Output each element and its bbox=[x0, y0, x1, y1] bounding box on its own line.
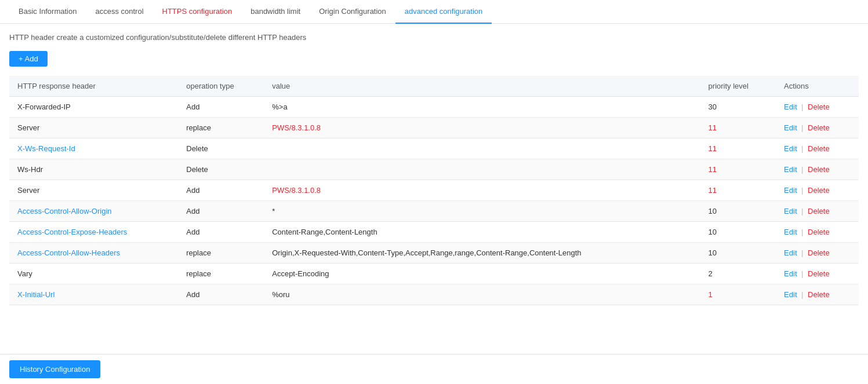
delete-link[interactable]: Delete bbox=[808, 207, 830, 215]
cell-priority: 10 bbox=[700, 201, 776, 222]
add-button[interactable]: + Add bbox=[9, 51, 48, 67]
cell-priority: 11 bbox=[700, 159, 776, 180]
cell-header: Access-Control-Expose-Headers bbox=[9, 222, 178, 243]
table-row: VaryreplaceAccept-Encoding2Edit | Delete bbox=[9, 264, 859, 284]
cell-priority: 2 bbox=[700, 264, 776, 284]
cell-operation: Add bbox=[178, 284, 264, 305]
action-separator: | bbox=[800, 165, 806, 174]
cell-value: * bbox=[264, 201, 700, 222]
table-row: ServerreplacePWS/8.3.1.0.811Edit | Delet… bbox=[9, 118, 859, 138]
delete-link[interactable]: Delete bbox=[808, 165, 830, 174]
col-header-value: value bbox=[264, 76, 700, 97]
cell-header: Server bbox=[9, 180, 178, 201]
cell-header: Server bbox=[9, 118, 178, 138]
cell-operation: Delete bbox=[178, 159, 264, 180]
cell-operation: replace bbox=[178, 243, 264, 264]
col-header-operation: operation type bbox=[178, 76, 264, 97]
edit-link[interactable]: Edit bbox=[784, 123, 797, 132]
cell-actions: Edit | Delete bbox=[776, 222, 859, 243]
cell-priority: 11 bbox=[700, 138, 776, 159]
tab-advanced[interactable]: advanced configuration bbox=[395, 0, 492, 24]
edit-link[interactable]: Edit bbox=[784, 144, 797, 153]
action-separator: | bbox=[800, 248, 806, 257]
cell-actions: Edit | Delete bbox=[776, 138, 859, 159]
cell-value bbox=[264, 138, 700, 159]
cell-header: X-Forwarded-IP bbox=[9, 97, 178, 118]
cell-operation: Add bbox=[178, 222, 264, 243]
delete-link[interactable]: Delete bbox=[808, 186, 830, 195]
cell-operation: Add bbox=[178, 97, 264, 118]
tab-origin[interactable]: Origin Configuration bbox=[310, 0, 395, 24]
edit-link[interactable]: Edit bbox=[784, 269, 797, 278]
delete-link[interactable]: Delete bbox=[808, 123, 830, 132]
cell-actions: Edit | Delete bbox=[776, 284, 859, 305]
cell-operation: Add bbox=[178, 180, 264, 201]
col-header-priority: priority level bbox=[700, 76, 776, 97]
edit-link[interactable]: Edit bbox=[784, 290, 797, 299]
cell-actions: Edit | Delete bbox=[776, 118, 859, 138]
edit-link[interactable]: Edit bbox=[784, 207, 797, 215]
table-row: Access-Control-Expose-HeadersAddContent-… bbox=[9, 222, 859, 243]
cell-operation: replace bbox=[178, 264, 264, 284]
cell-actions: Edit | Delete bbox=[776, 201, 859, 222]
edit-link[interactable]: Edit bbox=[784, 165, 797, 174]
cell-value: PWS/8.3.1.0.8 bbox=[264, 180, 700, 201]
delete-link[interactable]: Delete bbox=[808, 290, 830, 299]
delete-link[interactable]: Delete bbox=[808, 248, 830, 257]
table-row: ServerAddPWS/8.3.1.0.811Edit | Delete bbox=[9, 180, 859, 201]
action-separator: | bbox=[800, 290, 806, 299]
cell-operation: replace bbox=[178, 118, 264, 138]
cell-operation: Add bbox=[178, 201, 264, 222]
col-header-http: HTTP response header bbox=[9, 76, 178, 97]
config-table: HTTP response header operation type valu… bbox=[9, 76, 859, 305]
cell-header: X-Initial-Url bbox=[9, 284, 178, 305]
table-row: Access-Control-Allow-OriginAdd*10Edit | … bbox=[9, 201, 859, 222]
delete-link[interactable]: Delete bbox=[808, 269, 830, 278]
cell-actions: Edit | Delete bbox=[776, 264, 859, 284]
cell-value: Origin,X-Requested-With,Content-Type,Acc… bbox=[264, 243, 700, 264]
action-separator: | bbox=[800, 123, 806, 132]
cell-actions: Edit | Delete bbox=[776, 243, 859, 264]
cell-header: Vary bbox=[9, 264, 178, 284]
edit-link[interactable]: Edit bbox=[784, 248, 797, 257]
delete-link[interactable]: Delete bbox=[808, 228, 830, 236]
action-separator: | bbox=[800, 207, 806, 215]
cell-value: PWS/8.3.1.0.8 bbox=[264, 118, 700, 138]
cell-actions: Edit | Delete bbox=[776, 97, 859, 118]
main-content: HTTP header create a customized configur… bbox=[0, 24, 868, 340]
edit-link[interactable]: Edit bbox=[784, 103, 797, 111]
tab-bar: Basic Information access control HTTPS c… bbox=[0, 0, 868, 24]
cell-actions: Edit | Delete bbox=[776, 159, 859, 180]
edit-link[interactable]: Edit bbox=[784, 228, 797, 236]
table-row: Access-Control-Allow-HeadersreplaceOrigi… bbox=[9, 243, 859, 264]
cell-value bbox=[264, 159, 700, 180]
delete-link[interactable]: Delete bbox=[808, 144, 830, 153]
edit-link[interactable]: Edit bbox=[784, 186, 797, 195]
tab-https[interactable]: HTTPS configuration bbox=[153, 0, 242, 24]
cell-priority: 11 bbox=[700, 118, 776, 138]
cell-priority: 30 bbox=[700, 97, 776, 118]
tab-bandwidth[interactable]: bandwidth limit bbox=[241, 0, 310, 24]
table-row: X-Initial-UrlAdd%oru1Edit | Delete bbox=[9, 284, 859, 305]
action-separator: | bbox=[800, 103, 806, 111]
cell-priority: 10 bbox=[700, 222, 776, 243]
action-separator: | bbox=[800, 144, 806, 153]
cell-header: X-Ws-Request-Id bbox=[9, 138, 178, 159]
cell-priority: 11 bbox=[700, 180, 776, 201]
delete-link[interactable]: Delete bbox=[808, 103, 830, 111]
cell-header: Ws-Hdr bbox=[9, 159, 178, 180]
tabs-container: Basic Information access control HTTPS c… bbox=[0, 0, 868, 24]
table-row: X-Forwarded-IPAdd%>a30Edit | Delete bbox=[9, 97, 859, 118]
cell-actions: Edit | Delete bbox=[776, 180, 859, 201]
cell-priority: 10 bbox=[700, 243, 776, 264]
tab-access[interactable]: access control bbox=[86, 0, 152, 24]
tab-basic[interactable]: Basic Information bbox=[9, 0, 86, 24]
action-separator: | bbox=[800, 269, 806, 278]
table-row: Ws-HdrDelete11Edit | Delete bbox=[9, 159, 859, 180]
cell-value: Accept-Encoding bbox=[264, 264, 700, 284]
page-description: HTTP header create a customized configur… bbox=[9, 33, 859, 42]
action-separator: | bbox=[800, 186, 806, 195]
table-header-row: HTTP response header operation type valu… bbox=[9, 76, 859, 97]
cell-value: %>a bbox=[264, 97, 700, 118]
cell-value: %oru bbox=[264, 284, 700, 305]
